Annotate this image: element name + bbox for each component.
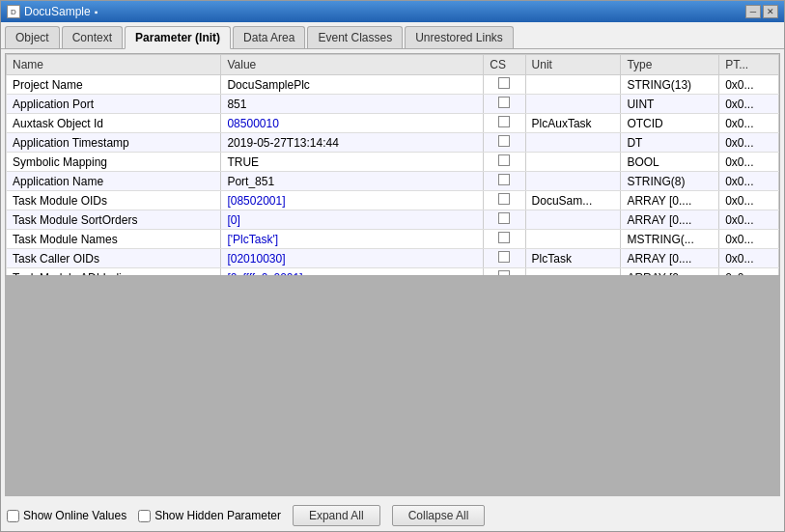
show-online-checkbox[interactable] [7, 510, 19, 522]
title-bar: D DocuSample ▪ ─ ✕ [1, 1, 784, 22]
row-cs[interactable] [484, 268, 525, 276]
tab-object[interactable]: Object [5, 26, 60, 48]
row-value: 851 [221, 95, 484, 114]
row-cs[interactable] [484, 133, 525, 153]
row-value[interactable]: ['PlcTask'] [221, 230, 484, 249]
row-value[interactable]: [02010030] [221, 249, 484, 268]
row-unit [525, 172, 621, 191]
row-pt: 0x0... [719, 191, 779, 210]
row-pt: 0x0... [719, 95, 779, 114]
row-name: Auxtask Object Id [7, 114, 221, 133]
expand-all-button[interactable]: Expand All [293, 505, 380, 526]
row-name: Application Timestamp [7, 133, 221, 153]
title-bar-left: D DocuSample ▪ [7, 5, 98, 18]
table-row: Task Caller OIDs[02010030]PlcTaskARRAY [… [7, 249, 779, 268]
table-row: Task Module SortOrders[0]ARRAY [0....0x0… [7, 210, 779, 230]
parameter-table-container: Name Value CS Unit Type PT... Project Na… [5, 53, 780, 276]
row-pt: 0x0... [719, 210, 779, 230]
row-value[interactable]: [08502001] [221, 191, 484, 210]
row-unit [525, 230, 621, 249]
table-row: Application Port851UINT0x0... [7, 95, 779, 114]
row-cs[interactable] [484, 191, 525, 210]
table-row: Project NameDocuSamplePlcSTRING(13)0x0..… [7, 75, 779, 95]
row-name: Task Module ADI Indices [7, 268, 221, 276]
table-row: Symbolic MappingTRUEBOOL0x0... [7, 153, 779, 172]
show-hidden-text: Show Hidden Parameter [154, 509, 281, 522]
row-pt: 0x0... [719, 249, 779, 268]
show-online-label[interactable]: Show Online Values [7, 509, 126, 522]
table-row: Task Module OIDs[08502001]DocuSam...ARRA… [7, 191, 779, 210]
row-name: Task Module OIDs [7, 191, 221, 210]
row-value: TRUE [221, 153, 484, 172]
row-type: DT [621, 133, 719, 153]
table-row: Application Timestamp2019-05-27T13:14:44… [7, 133, 779, 153]
row-cs[interactable] [484, 172, 525, 191]
window-title: DocuSample [24, 5, 91, 18]
row-cs[interactable] [484, 95, 525, 114]
row-name: Task Caller OIDs [7, 249, 221, 268]
row-value: DocuSamplePlc [221, 75, 484, 95]
row-unit [525, 210, 621, 230]
tab-context[interactable]: Context [62, 26, 123, 48]
row-type: STRING(13) [621, 75, 719, 95]
row-cs[interactable] [484, 249, 525, 268]
row-cs[interactable] [484, 210, 525, 230]
row-cs[interactable] [484, 114, 525, 133]
row-value[interactable]: [0xffff, 0x0001] [221, 268, 484, 276]
show-hidden-label[interactable]: Show Hidden Parameter [138, 509, 281, 522]
tab-data-area[interactable]: Data Area [233, 26, 305, 48]
row-type: BOOL [621, 153, 719, 172]
row-pt: 0x0... [719, 114, 779, 133]
row-unit [525, 75, 621, 95]
row-name: Task Module SortOrders [7, 210, 221, 230]
row-type: MSTRING(... [621, 230, 719, 249]
gray-area [5, 276, 780, 497]
window-icon: D [7, 5, 20, 18]
tab-parameter-init[interactable]: Parameter (Init) [125, 26, 231, 49]
row-type: UINT [621, 95, 719, 114]
tab-unrestored-links[interactable]: Unrestored Links [405, 26, 514, 48]
row-name: Application Name [7, 172, 221, 191]
row-value: Port_851 [221, 172, 484, 191]
row-pt: 0x0... [719, 153, 779, 172]
row-value[interactable]: 08500010 [221, 114, 484, 133]
bottom-bar: Show Online Values Show Hidden Parameter… [1, 500, 784, 531]
tab-event-classes[interactable]: Event Classes [307, 26, 403, 48]
close-button[interactable]: ✕ [763, 5, 778, 18]
collapse-all-button[interactable]: Collapse All [392, 505, 486, 526]
show-online-text: Show Online Values [23, 509, 126, 522]
row-pt: 0x0... [719, 268, 779, 276]
row-unit: DocuSam... [525, 191, 621, 210]
row-value[interactable]: [0] [221, 210, 484, 230]
col-header-value: Value [221, 55, 484, 75]
show-hidden-checkbox[interactable] [138, 510, 151, 522]
tab-bar: Object Context Parameter (Init) Data Are… [1, 22, 784, 49]
parameter-table: Name Value CS Unit Type PT... Project Na… [6, 54, 779, 276]
table-row: Task Module ADI Indices[0xffff, 0x0001]A… [7, 268, 779, 276]
row-type: ARRAY [0.... [621, 191, 719, 210]
row-name: Application Port [7, 95, 221, 114]
col-header-unit: Unit [525, 55, 621, 75]
main-window: D DocuSample ▪ ─ ✕ Object Context Parame… [0, 0, 785, 532]
title-pin[interactable]: ▪ [95, 7, 98, 17]
table-row: Task Module Names['PlcTask']MSTRING(...0… [7, 230, 779, 249]
row-pt: 0x0... [719, 230, 779, 249]
row-type: ARRAY [0.... [621, 249, 719, 268]
row-type: ARRAY [0.... [621, 268, 719, 276]
row-cs[interactable] [484, 230, 525, 249]
row-unit: PlcTask [525, 249, 621, 268]
row-unit [525, 95, 621, 114]
row-name: Task Module Names [7, 230, 221, 249]
row-unit [525, 268, 621, 276]
col-header-name: Name [7, 55, 221, 75]
title-bar-controls: ─ ✕ [745, 5, 778, 18]
minimize-button[interactable]: ─ [745, 5, 761, 18]
col-header-cs: CS [484, 55, 525, 75]
row-name: Symbolic Mapping [7, 153, 221, 172]
row-name: Project Name [7, 75, 221, 95]
content-area: Name Value CS Unit Type PT... Project Na… [1, 49, 784, 500]
row-cs[interactable] [484, 75, 525, 95]
col-header-pt: PT... [719, 55, 779, 75]
row-type: ARRAY [0.... [621, 210, 719, 230]
row-cs[interactable] [484, 153, 525, 172]
